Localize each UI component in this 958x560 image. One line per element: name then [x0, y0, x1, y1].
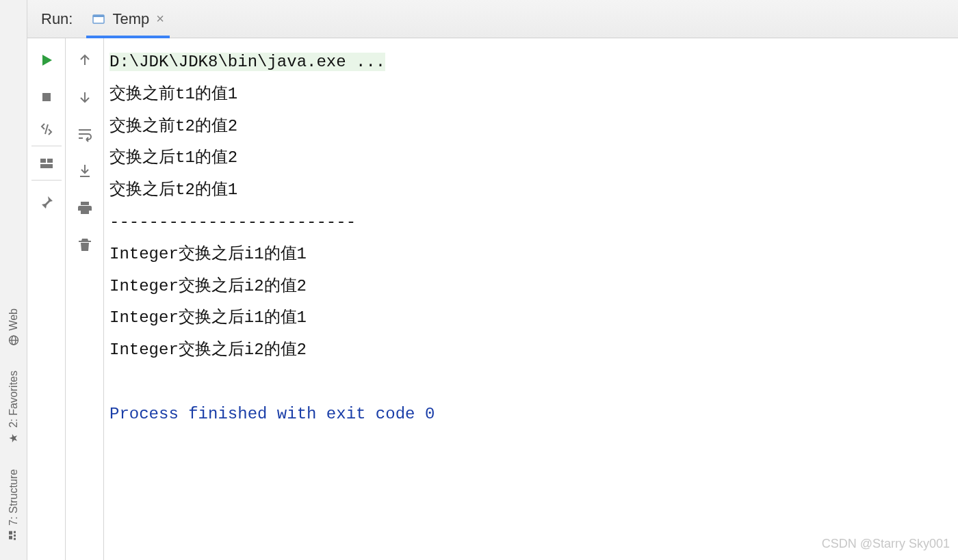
command-line: D:\JDK\JDK8\bin\java.exe ...	[109, 53, 385, 71]
scroll-to-end-button[interactable]	[73, 159, 97, 183]
svg-rect-6	[14, 538, 16, 540]
console-line: Integer交换之后i2的值2	[109, 277, 307, 295]
rail-favorites-label: 2: Favorites	[8, 371, 20, 428]
soft-wrap-button[interactable]	[73, 122, 97, 146]
star-icon: ★	[7, 431, 20, 444]
close-icon[interactable]: ×	[156, 11, 164, 27]
watermark: CSDN @Starry Sky001	[822, 532, 950, 556]
left-tool-rail: Web ★ 2: Favorites 7: Structure	[0, 0, 27, 560]
scroll-down-button[interactable]	[73, 85, 97, 109]
rail-favorites[interactable]: ★ 2: Favorites	[7, 371, 20, 445]
clear-button[interactable]	[73, 232, 97, 257]
rail-web-label: Web	[8, 308, 20, 331]
scroll-up-button[interactable]	[73, 48, 97, 72]
tab-label: Temp	[112, 10, 149, 28]
svg-rect-2	[9, 531, 12, 535]
layout-button[interactable]	[31, 156, 62, 181]
run-button[interactable]	[34, 48, 59, 72]
svg-rect-5	[14, 535, 16, 537]
tab-temp[interactable]: Temp ×	[86, 0, 169, 38]
svg-rect-11	[47, 159, 53, 163]
run-action-gutter	[27, 38, 66, 560]
console-action-gutter	[66, 38, 104, 560]
run-tabbar: Run: Temp ×	[27, 0, 958, 38]
exit-message: Process finished with exit code 0	[109, 405, 435, 423]
console-output[interactable]: D:\JDK\JDK8\bin\java.exe ... 交换之前t1的值1 交…	[104, 38, 958, 560]
console-line: 交换之后t2的值1	[109, 181, 237, 199]
run-config-icon	[92, 12, 105, 26]
rail-structure[interactable]: 7: Structure	[8, 469, 20, 541]
svg-rect-9	[42, 93, 51, 101]
console-line: 交换之后t1的值2	[109, 148, 237, 167]
debug-dump-button[interactable]	[31, 122, 62, 146]
console-line: 交换之前t1的值1	[109, 85, 237, 103]
rail-structure-label: 7: Structure	[8, 469, 20, 526]
svg-rect-12	[40, 164, 53, 168]
svg-rect-4	[14, 531, 16, 533]
console-line: Integer交换之后i2的值2	[109, 341, 307, 359]
rail-web[interactable]: Web	[8, 308, 20, 346]
globe-icon	[8, 334, 19, 347]
structure-icon	[8, 529, 19, 542]
pin-button[interactable]	[34, 190, 59, 215]
console-line: Integer交换之后i1的值1	[109, 308, 307, 327]
console-line: 交换之前t2的值2	[109, 117, 237, 135]
svg-rect-10	[40, 159, 46, 163]
svg-rect-3	[9, 536, 12, 539]
console-line: -------------------------	[109, 213, 356, 231]
svg-rect-8	[93, 15, 104, 17]
print-button[interactable]	[73, 196, 97, 220]
stop-button[interactable]	[34, 85, 59, 109]
run-label: Run:	[41, 10, 73, 28]
console-line: Integer交换之后i1的值1	[109, 245, 307, 263]
